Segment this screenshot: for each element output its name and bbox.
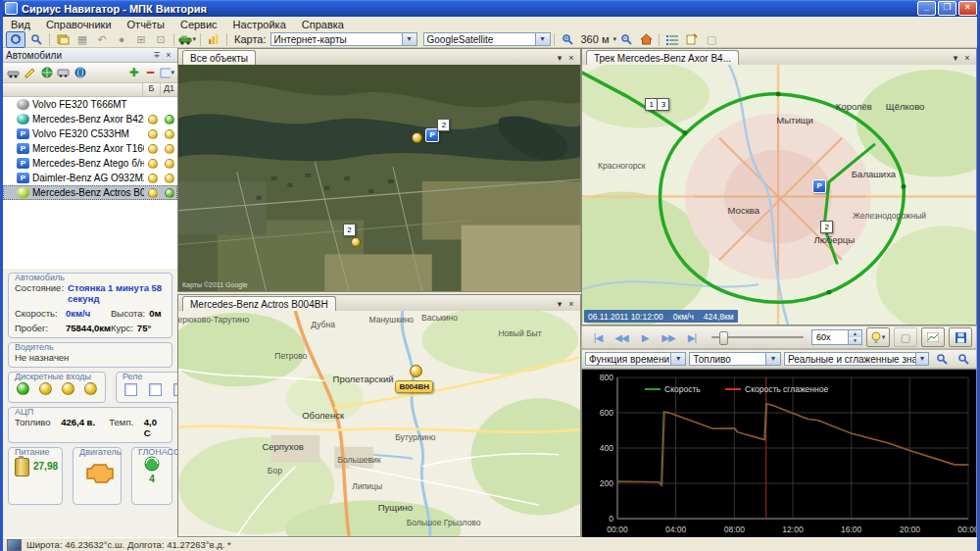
relay-checkbox[interactable]	[149, 383, 162, 396]
tab-menu-icon[interactable]: ▾	[554, 299, 565, 309]
home-button[interactable]	[637, 32, 655, 47]
close-button[interactable]: ×	[958, 1, 977, 16]
fast-forward-button[interactable]: ▶▶	[657, 328, 680, 346]
view-mode-button[interactable]: ▾	[160, 67, 174, 79]
vehicle-row[interactable]: PVolvo FE320 С533НМ	[3, 126, 177, 141]
grid-button[interactable]: ▦	[74, 32, 91, 47]
column-d1[interactable]: Д1	[160, 83, 177, 96]
track-map[interactable]: 1 3 P 2 06.11.2011 10:12:00 0км/ч 424,8к…	[582, 65, 976, 325]
title-bar[interactable]: Сириус Навигатор - МПК Виктория _ ❐ ×	[0, 0, 980, 17]
menu-item[interactable]: Отчёты	[120, 18, 172, 31]
chart-settings-button[interactable]	[921, 327, 945, 347]
vehicle-row[interactable]: PDaimler-Benz AG О932МХ	[3, 171, 177, 185]
geo-button[interactable]	[73, 67, 87, 79]
vehicle-position-marker[interactable]	[410, 365, 422, 377]
maximize-button[interactable]: ❐	[938, 1, 956, 16]
chart-view-combobox[interactable]: Реальные и сглаженные значени ▾	[784, 352, 929, 366]
vehicle-list: Volvo FE320 Т666МТMercedes-Benz Axor В42…	[3, 97, 177, 276]
column-b[interactable]: Б	[142, 83, 160, 96]
tab-close-icon[interactable]: ×	[565, 53, 577, 63]
zoom-level-value[interactable]: 360 м	[581, 33, 610, 45]
area-button[interactable]: ⊡	[152, 32, 170, 47]
close-icon[interactable]: ×	[163, 50, 174, 60]
tab-close-icon[interactable]: ×	[961, 53, 973, 63]
skip-start-button[interactable]: |◀	[586, 328, 610, 346]
layers-button[interactable]	[54, 32, 72, 47]
relay-checkbox[interactable]	[124, 383, 137, 396]
status-dot-yellow	[148, 174, 158, 183]
coordinates-text: Широта: 46.23632°с.ш. Долгота: 41.27263°…	[26, 539, 231, 550]
vehicle-menu-button[interactable]: ▾	[178, 32, 196, 47]
map-provider-combobox[interactable]: GoogleSatellite ▾	[423, 32, 551, 46]
add-vehicle-button[interactable]: ✚	[126, 67, 141, 79]
tab-menu-icon[interactable]: ▾	[554, 53, 565, 63]
tab-close-icon[interactable]: ×	[565, 299, 577, 309]
satellite-map[interactable]: P 2 2 Карты ©2011 Google	[178, 65, 580, 291]
minimize-button[interactable]: _	[917, 1, 936, 16]
chart-param-combobox[interactable]: Топливо ▾	[689, 352, 781, 366]
follow-button[interactable]	[6, 31, 25, 48]
rewind-button[interactable]: ◀◀	[610, 328, 633, 346]
speed-value: 0км/ч	[66, 308, 111, 319]
edit-list-button[interactable]	[23, 67, 37, 79]
tab-actros-map[interactable]: Mercedes-Benz Actros В004ВН	[182, 296, 336, 311]
extra-button[interactable]: ▢	[703, 32, 720, 47]
vehicle-group-button[interactable]	[6, 67, 21, 79]
track-button[interactable]	[56, 67, 71, 79]
playback-toolbar: |◀◀◀▶▶▶▶| 60x ▲▼ ▾ ▢	[581, 326, 977, 349]
menu-item[interactable]: Настройка	[225, 18, 294, 31]
undo-button[interactable]: ↶	[93, 32, 111, 47]
waypoint-marker-3[interactable]: 3	[657, 98, 669, 111]
search-button[interactable]	[27, 32, 45, 47]
tab-track[interactable]: Трек Mercedes-Benz Axor В4...	[586, 50, 739, 65]
save-button[interactable]	[949, 327, 972, 347]
road-map[interactable]: В004ВН Нерюково-ТарутиноДубнаМанушкиноВа…	[178, 311, 580, 536]
menu-item[interactable]: Сервис	[172, 18, 225, 31]
list-button[interactable]	[663, 32, 681, 47]
menu-item[interactable]: Вид	[3, 18, 38, 31]
dropdown-arrow-icon[interactable]: ▾	[612, 35, 616, 43]
vehicle-row[interactable]: Mercedes-Benz Actros В004ВН	[3, 185, 177, 200]
ruler-button[interactable]: ⊞	[132, 32, 150, 47]
fuel-chart[interactable]: 00:0004:0008:0012:0016:0020:0000:0002004…	[581, 369, 977, 541]
remove-vehicle-button[interactable]: ━	[143, 67, 158, 79]
skip-end-button[interactable]: ▶|	[680, 328, 704, 346]
spinner-arrows[interactable]: ▲▼	[848, 330, 861, 344]
stop-playback-button[interactable]: ▢	[894, 327, 917, 347]
vehicle-row[interactable]: PMercedes-Benz Atego б/н	[3, 156, 177, 171]
stop-button[interactable]: ●	[113, 32, 130, 47]
map-place-label: Люберцы	[814, 233, 856, 244]
vehicle-row[interactable]: PMercedes-Benz Axor Т166МТ	[3, 141, 177, 156]
waypoint-marker-2[interactable]: 2	[437, 119, 450, 131]
waypoint-marker-1[interactable]: 1	[645, 98, 658, 111]
edit-button[interactable]	[683, 32, 701, 47]
pin-icon[interactable]: ∓	[151, 50, 163, 60]
waypoint-marker-2b[interactable]: 2	[343, 224, 356, 236]
zoom-in-button[interactable]	[559, 32, 576, 47]
chart-button[interactable]	[205, 32, 222, 47]
slider-thumb[interactable]	[719, 331, 728, 345]
vehicle-marker[interactable]	[351, 237, 361, 247]
highlight-button[interactable]: ▾	[866, 327, 890, 347]
chart-mode-combobox[interactable]: Функция времени ▾	[585, 352, 686, 366]
vehicle-row[interactable]: Mercedes-Benz Axor В420НВ	[3, 112, 177, 126]
chart-zoom-in-button[interactable]	[933, 352, 951, 367]
tab-menu-icon[interactable]: ▾	[950, 53, 961, 63]
tab-all-objects-label: Все объекты	[190, 53, 248, 64]
menu-item[interactable]: Справочники	[38, 18, 120, 31]
vehicle-row[interactable]: Volvo FE320 Т666МТ	[3, 97, 177, 112]
show-all-button[interactable]	[39, 67, 54, 79]
speed-spinner[interactable]: 60x ▲▼	[811, 329, 862, 345]
waypoint-marker-2[interactable]: 2	[820, 221, 833, 233]
map-type-combobox[interactable]: Интернет-карты ▾	[270, 32, 417, 46]
map-place-label: Пролетарский	[333, 374, 394, 384]
discrete-input-led-yellow	[39, 382, 52, 395]
vehicle-plate-badge[interactable]: В004ВН	[395, 380, 433, 393]
play-button[interactable]: ▶	[633, 328, 657, 346]
menu-item[interactable]: Справка	[294, 18, 352, 31]
chart-zoom-out-button[interactable]	[955, 352, 972, 367]
playback-slider[interactable]	[711, 328, 804, 346]
zoom-out-button[interactable]	[617, 32, 635, 47]
tab-all-objects[interactable]: Все объекты	[182, 50, 256, 65]
parking-marker[interactable]: P	[812, 179, 826, 193]
